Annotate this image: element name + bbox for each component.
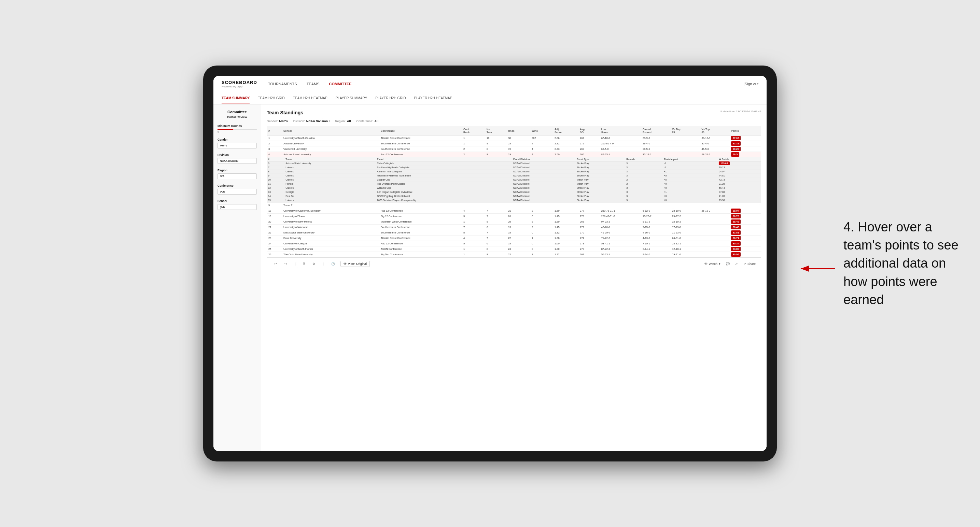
expand-btn[interactable]: ⤢	[735, 262, 738, 265]
comment-btn[interactable]: 💬	[726, 262, 730, 265]
filter-conference-select[interactable]: (All)	[218, 189, 257, 195]
cell-avg-sg: 274	[578, 235, 599, 241]
filter-region-display: Region: All	[335, 119, 351, 123]
cell-conf-rank: 2	[462, 152, 485, 157]
table-row: 24 University of Oregon Pac-12 Conferenc…	[267, 241, 761, 246]
cell-overall: 13-23-2	[641, 214, 670, 219]
exp-team: East Ter	[284, 194, 375, 198]
nav-tournaments[interactable]: TOURNAMENTS	[268, 81, 297, 87]
exp-event: National Invitational Tournament	[375, 174, 512, 178]
exp-w-points: 97.86	[718, 190, 761, 194]
exp-event-type: Stroke Play	[575, 190, 625, 194]
cell-no-tour: 8	[485, 146, 506, 152]
filter-min-rounds-label: Minimum Rounds	[218, 124, 257, 128]
cell-conference: Big 12 Conference	[379, 214, 462, 219]
exp-w-points: 74.81	[718, 174, 761, 178]
subnav-team-h2h-grid[interactable]: TEAM H2H GRID	[258, 94, 285, 103]
filter-region-select[interactable]: N/A	[218, 173, 257, 179]
list-item: 12 Univers Williams Cup NCAA Division I …	[267, 186, 761, 190]
clock-btn[interactable]: 🕐	[329, 261, 337, 267]
cell-points[interactable]: 88.07	[729, 208, 761, 214]
exp-team: Univers	[284, 186, 375, 190]
cell-points[interactable]: 88.71	[729, 235, 761, 241]
cell-points[interactable]: 93.31	[729, 141, 761, 146]
cell-adj-score: 1.45	[553, 225, 578, 230]
cell-rank: 5	[267, 203, 282, 208]
filter-division-select[interactable]: NCAA Division I	[218, 158, 257, 164]
slider-container	[218, 129, 257, 130]
table-row: 25 University of North Florida ASUN Conf…	[267, 246, 761, 252]
cell-vs-top25: 32-19-2	[670, 219, 700, 225]
copy-btn[interactable]: ⧉	[301, 261, 307, 267]
list-item: 11 Florida I The Cypress Point Classic N…	[267, 182, 761, 186]
cell-low-score: 266 42-31-3	[600, 214, 641, 219]
filter-gender-label: Gender	[218, 138, 257, 141]
cell-no-tour: 8	[485, 246, 506, 252]
filter-gender-select[interactable]: Men's	[218, 143, 257, 148]
logo: SCOREBOARD Powered by clipp	[222, 80, 257, 88]
cell-overall: 5-11-2	[641, 219, 670, 225]
cell-vs-top25: 24-31-0	[670, 235, 700, 241]
cell-low-score: 42-20-0	[600, 225, 641, 230]
cell-points[interactable]: 90.20	[729, 146, 761, 152]
cell-points[interactable]: 83.89	[729, 246, 761, 252]
undo-btn[interactable]: ↩	[272, 261, 279, 267]
share-btn[interactable]: ↗ Share	[743, 262, 756, 265]
subnav-player-h2h-heatmap[interactable]: PLAYER H2H HEATMAP	[414, 94, 452, 103]
cell-conference: Mountain West Conference	[379, 219, 462, 225]
cell-points[interactable]: 88.49	[729, 219, 761, 225]
exp-col-w-points: W Points	[718, 157, 761, 162]
view-original-btn[interactable]: 👁 View: Original	[340, 261, 370, 267]
exp-rank: 7	[267, 165, 284, 170]
cell-points[interactable]: 88.48	[729, 225, 761, 230]
cell-points[interactable]: 88.70	[729, 214, 761, 219]
sign-out-btn[interactable]: Sign out	[745, 82, 758, 86]
settings-btn[interactable]: ⚙	[310, 261, 317, 267]
watch-label: Watch	[709, 262, 718, 265]
cell-adj-score: 2.86	[553, 135, 578, 141]
share-label: Share	[748, 262, 756, 265]
cell-points[interactable]: 80.94	[729, 252, 761, 257]
exp-rank-impact: -1	[663, 165, 718, 170]
subnav-team-h2h-heatmap[interactable]: TEAM H2H HEATMAP	[293, 94, 328, 103]
cell-vs-top50: 50-10-0	[700, 135, 729, 141]
cell-vs-top25: 12-18-1	[670, 246, 700, 252]
cell-school: Mississippi State University	[282, 230, 379, 235]
cell-points[interactable]: 83.81	[729, 230, 761, 235]
cell-points[interactable]: 80.34	[729, 241, 761, 246]
nav-teams[interactable]: TEAMS	[307, 81, 320, 87]
subnav-team-summary[interactable]: TEAM SUMMARY	[222, 94, 250, 103]
cell-conf-rank: 7	[462, 225, 485, 230]
cell-vs-top50	[700, 225, 729, 230]
redo-btn[interactable]: ↪	[282, 261, 289, 267]
exp-col-rounds: Rounds	[625, 157, 662, 162]
exp-event: Southern Highlands Collegiate	[375, 165, 512, 170]
subnav-player-summary[interactable]: PLAYER SUMMARY	[336, 94, 367, 103]
filter-conference: Conference (All)	[218, 184, 257, 195]
cell-conf-rank: 3	[462, 214, 485, 219]
filter-school-select[interactable]: (All)	[218, 204, 257, 210]
col-conf-rank: ConfRank	[462, 126, 485, 135]
nav-committee[interactable]: COMMITTEE	[329, 81, 352, 87]
table-row: 5 Texas T...	[267, 203, 761, 208]
annotation-text: 4. Hover over a team's points to see add…	[843, 218, 966, 309]
cell-conference: Southeastern Conference	[379, 225, 462, 230]
cell-adj-score: 1.45	[553, 214, 578, 219]
watch-btn[interactable]: 👁 Watch ▾	[705, 262, 721, 265]
cell-conf-rank: 1	[462, 141, 485, 146]
filters-row: Gender: Men's Division: NCAA Division I …	[267, 119, 761, 123]
slider-thumb[interactable]	[218, 129, 257, 130]
cell-points[interactable]: 79.5	[729, 152, 761, 157]
cell-adj-score: 1.30	[553, 246, 578, 252]
exp-event-div: NCAA Division I	[512, 198, 575, 202]
subnav-player-h2h-grid[interactable]: PLAYER H2H GRID	[375, 94, 406, 103]
cell-points[interactable]: 97.02	[729, 135, 761, 141]
filter-division: Division NCAA Division I	[218, 153, 257, 164]
exp-w-points: 56.44	[718, 186, 761, 190]
cell-low-score: 260 73-21-1	[600, 208, 641, 214]
exp-rounds: 3	[625, 170, 662, 174]
cell-school: Texas T...	[282, 203, 379, 208]
cell-overall: 7-19-1	[641, 241, 670, 246]
cell-no-tour: 6	[485, 225, 506, 230]
filter-minimum-rounds: Minimum Rounds 5	[218, 124, 257, 133]
